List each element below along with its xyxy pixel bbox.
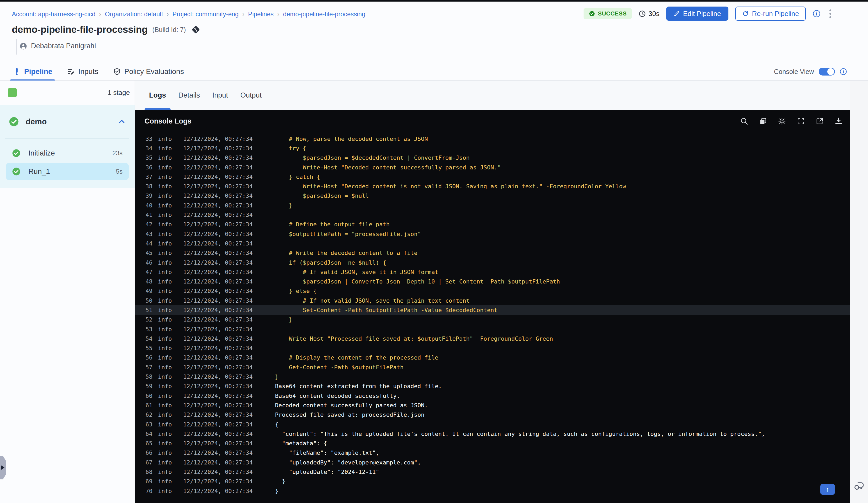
log-row: 47info12/12/2024, 00:27:34 # If valid JS… [135,267,850,277]
log-message: Set-Content -Path $outputFilePath -Value… [275,307,497,313]
log-line-number: 60 [135,392,153,399]
log-row: 63info12/12/2024, 00:27:34{ [135,420,850,429]
tab-policy-evaluations[interactable]: Policy Evaluations [113,63,184,80]
main-tabbar: Pipeline Inputs Policy Evaluations Conso… [0,63,868,81]
log-line-number: 59 [135,383,153,389]
tab-pipeline[interactable]: Pipeline [13,63,52,80]
log-line-number: 67 [135,459,153,466]
log-line-number: 56 [135,354,153,361]
log-tabbar: LogsDetailsInputOutput [135,81,850,110]
log-line-number: 35 [135,155,153,161]
log-timestamp: 12/12/2024, 00:27:34 [183,297,253,304]
log-line-number: 43 [135,231,153,237]
log-level: info [158,354,173,361]
log-line-number: 57 [135,364,153,370]
clock-icon [639,10,646,17]
step-row-run_1[interactable]: Run_15s [6,163,129,180]
log-timestamp: 12/12/2024, 00:27:34 [183,335,253,342]
log-row: 46info12/12/2024, 00:27:34 if ($parsedJs… [135,258,850,267]
log-message: $parsedJson | ConvertTo-Json -Depth 10 |… [275,278,560,285]
log-timestamp: 12/12/2024, 00:27:34 [183,221,253,228]
open-in-new-icon[interactable] [816,117,824,125]
log-line-number: 48 [135,278,153,285]
copy-icon[interactable] [759,117,767,125]
log-message: } [275,488,278,494]
log-level: info [158,421,173,428]
log-line-number: 65 [135,440,153,447]
tab-inputs[interactable]: Inputs [67,63,98,80]
log-tab-input[interactable]: Input [212,81,228,110]
step-name: Initialize [28,149,55,157]
log-line-number: 44 [135,240,153,247]
log-line-number: 33 [135,136,153,142]
log-line-number: 54 [135,335,153,342]
log-level: info [158,459,173,466]
log-level: info [158,221,173,228]
log-timestamp: 12/12/2024, 00:27:34 [183,469,253,475]
log-lines: 33info12/12/2024, 00:27:34 # Now, parse … [135,133,850,503]
log-timestamp: 12/12/2024, 00:27:34 [183,364,253,370]
log-timestamp: 12/12/2024, 00:27:34 [183,183,253,190]
step-row-initialize[interactable]: Initialize23s [6,145,129,162]
step-name: Run_1 [28,167,50,176]
log-timestamp: 12/12/2024, 00:27:34 [183,374,253,380]
log-tab-details[interactable]: Details [178,81,200,110]
log-row: 68info12/12/2024, 00:27:34 "uploadDate":… [135,467,850,476]
log-message: # Now, parse the decoded content as JSON [275,136,428,142]
log-timestamp: 12/12/2024, 00:27:34 [183,392,253,399]
console-view-toggle[interactable] [819,68,835,75]
log-row: 41info12/12/2024, 00:27:34 [135,210,850,220]
log-level: info [158,431,173,437]
status-badge: SUCCESS [583,8,632,19]
log-timestamp: 12/12/2024, 00:27:34 [183,240,253,247]
log-row: 69info12/12/2024, 00:27:34 } [135,477,850,486]
stage-row-demo[interactable]: demo [0,105,135,138]
log-row: 38info12/12/2024, 00:27:34 Write-Host "D… [135,181,850,191]
rerun-pipeline-label: Re-run Pipeline [752,10,799,18]
edit-pipeline-button[interactable]: Edit Pipeline [666,7,728,21]
log-message: } [275,478,286,485]
search-icon[interactable] [740,117,748,125]
breadcrumb-link[interactable]: Organization: default [105,10,163,18]
log-line-number: 61 [135,402,153,409]
stage-group: demo Initialize23sRun_15s [0,105,135,188]
log-message: Processed file saved at: processedFile.j… [275,411,425,418]
expand-left-nav-handle[interactable] [0,456,6,479]
fullscreen-icon[interactable] [797,117,805,125]
console-toolbar [740,117,843,125]
log-message: $parsedJson = $null [275,192,369,199]
chat-help-icon[interactable] [854,480,865,491]
more-options-menu[interactable] [827,8,833,19]
log-line-number: 55 [135,345,153,352]
log-tab-logs[interactable]: Logs [149,81,166,110]
log-line-number: 64 [135,431,153,437]
chevron-up-icon[interactable] [118,118,126,126]
log-line-number: 49 [135,288,153,294]
download-icon[interactable] [834,117,843,125]
breadcrumb-link[interactable]: Pipelines [248,10,273,18]
log-message: Decoded content successfully parsed as J… [275,402,428,409]
log-row: 54info12/12/2024, 00:27:34 Write-Host "P… [135,334,850,343]
inputs-icon [67,68,75,75]
log-tab-output[interactable]: Output [240,81,262,110]
log-level: info [158,488,173,494]
log-message: { [275,421,278,428]
console-view-info-icon[interactable] [840,68,847,75]
stage-count-row: 1 stage [0,81,135,105]
status-label: SUCCESS [598,10,627,17]
success-check-icon [589,10,595,17]
log-line-number: 36 [135,164,153,171]
title-connector-line [16,39,17,54]
breadcrumb-link[interactable]: demo-pipeline-file-processing [283,10,365,18]
log-line-number: 68 [135,469,153,475]
settings-icon[interactable] [778,117,786,125]
breadcrumb-link[interactable]: Account: app-harness-ng-cicd [12,10,95,18]
breadcrumb: Account: app-harness-ng-cicd›Organizatio… [12,10,365,18]
rerun-pipeline-button[interactable]: Re-run Pipeline [735,7,806,21]
breadcrumb-link[interactable]: Project: community-eng [172,10,238,18]
log-level: info [158,345,173,352]
log-line-number: 38 [135,183,153,190]
step-duration: 23s [112,149,123,157]
scroll-to-top-button[interactable]: ↑ [820,484,835,495]
rerun-info-icon[interactable] [813,10,820,18]
